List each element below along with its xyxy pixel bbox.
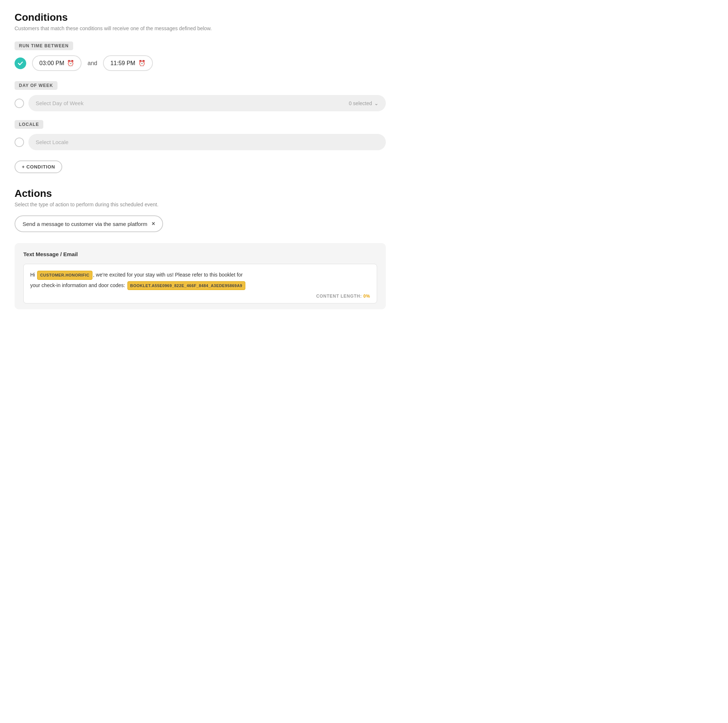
locale-placeholder: Select Locale bbox=[36, 139, 69, 145]
locale-row: Select Locale bbox=[15, 134, 386, 150]
time-start-value: 03:00 PM bbox=[39, 60, 64, 67]
day-of-week-dropdown[interactable]: Select Day of Week 0 selected ⌄ bbox=[28, 95, 386, 112]
conditions-subtitle: Customers that match these conditions wi… bbox=[15, 26, 386, 31]
day-of-week-count: 0 selected ⌄ bbox=[349, 101, 379, 106]
run-time-row: 03:00 PM ⏰ and 11:59 PM ⏰ bbox=[15, 55, 386, 71]
day-of-week-section: DAY OF WEEK Select Day of Week 0 selecte… bbox=[15, 81, 386, 112]
time-end-value: 11:59 PM bbox=[110, 60, 135, 67]
actions-title: Actions bbox=[15, 188, 386, 199]
chevron-down-icon: ⌄ bbox=[374, 101, 379, 106]
locale-dropdown[interactable]: Select Locale bbox=[28, 134, 386, 150]
clock-icon-start: ⏰ bbox=[67, 60, 74, 67]
run-time-label: RUN TIME BETWEEN bbox=[15, 41, 73, 50]
message-line-2: your check-in information and door codes… bbox=[30, 281, 370, 290]
locale-label: LOCALE bbox=[15, 120, 43, 129]
action-tag[interactable]: Send a message to customer via the same … bbox=[15, 216, 163, 232]
content-length-value: 0% bbox=[363, 293, 370, 299]
add-condition-button[interactable]: + CONDITION bbox=[15, 160, 62, 173]
message-text-line2-before: your check-in information and door codes… bbox=[30, 282, 127, 288]
day-of-week-radio[interactable] bbox=[15, 99, 24, 108]
actions-subtitle: Select the type of action to perform dur… bbox=[15, 202, 386, 207]
time-end-input[interactable]: 11:59 PM ⏰ bbox=[103, 55, 153, 71]
time-start-input[interactable]: 03:00 PM ⏰ bbox=[32, 55, 81, 71]
content-length-row: CONTENT LENGTH: 0% bbox=[30, 293, 370, 299]
conditions-title: Conditions bbox=[15, 12, 386, 23]
action-tag-close-icon[interactable]: × bbox=[152, 220, 155, 227]
message-text-after-tag1: , we're excited for your stay with us! P… bbox=[93, 272, 243, 278]
booklet-tag[interactable]: BOOKLET.A55E0969_822E_466F_8484_A3EDE958… bbox=[127, 281, 245, 290]
message-content-area[interactable]: Hi CUSTOMER.HONORIFIC, we're excited for… bbox=[23, 264, 377, 303]
day-of-week-label: DAY OF WEEK bbox=[15, 81, 58, 90]
day-of-week-row: Select Day of Week 0 selected ⌄ bbox=[15, 95, 386, 112]
and-text: and bbox=[87, 60, 97, 67]
message-text-hi: Hi bbox=[30, 272, 37, 278]
message-box-title: Text Message / Email bbox=[23, 251, 377, 257]
clock-icon-end: ⏰ bbox=[138, 60, 145, 67]
locale-section: LOCALE Select Locale bbox=[15, 120, 386, 150]
run-time-checkbox[interactable] bbox=[15, 58, 26, 69]
message-box: Text Message / Email Hi CUSTOMER.HONORIF… bbox=[15, 243, 386, 309]
locale-radio[interactable] bbox=[15, 138, 24, 147]
action-tag-text: Send a message to customer via the same … bbox=[23, 221, 147, 227]
day-of-week-placeholder: Select Day of Week bbox=[36, 100, 83, 106]
message-line-1: Hi CUSTOMER.HONORIFIC, we're excited for… bbox=[30, 271, 370, 280]
customer-honorific-tag[interactable]: CUSTOMER.HONORIFIC bbox=[37, 271, 92, 280]
content-length-label: CONTENT LENGTH: bbox=[316, 293, 362, 299]
